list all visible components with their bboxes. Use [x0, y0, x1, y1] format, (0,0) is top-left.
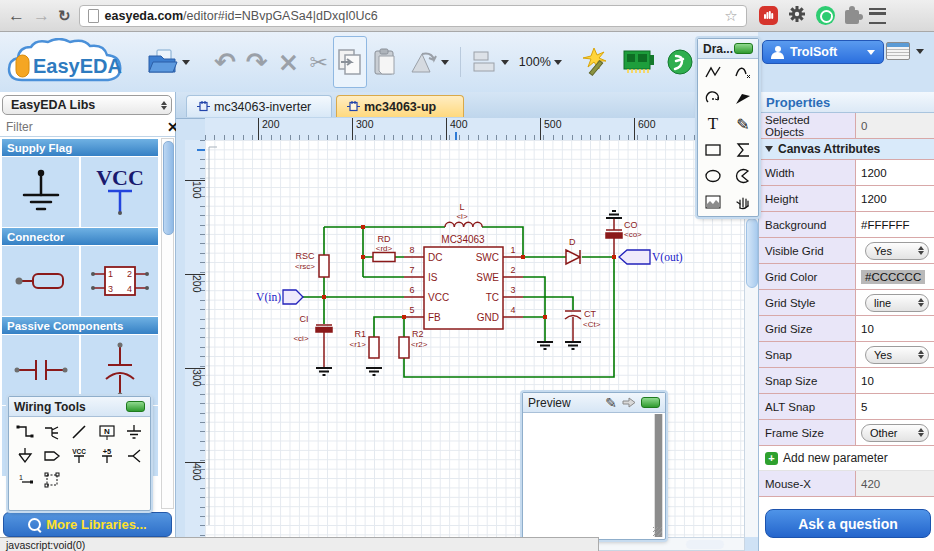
horizontal-ruler: 200 300 400 500 600 [205, 118, 745, 141]
grid-size-input[interactable]: 10 [861, 323, 874, 335]
netlabel-tool[interactable]: N [93, 420, 120, 444]
section-header-passive[interactable]: Passive Components [2, 317, 158, 334]
polygon-tool[interactable] [728, 137, 758, 163]
edit-icon[interactable]: ✎ [605, 395, 617, 411]
add-new-parameter-link[interactable]: + Add new parameter [759, 446, 934, 471]
delete-button[interactable]: × [273, 40, 305, 84]
library-source-select[interactable]: EasyEDA Libs [2, 95, 172, 115]
sidebar-scroll-thumb[interactable] [163, 141, 174, 235]
align-button[interactable] [467, 40, 514, 84]
netport-tool[interactable] [38, 444, 65, 468]
svg-text:1: 1 [19, 474, 23, 481]
minimize-icon[interactable] [641, 397, 660, 408]
reload-icon[interactable]: ↻ [58, 8, 71, 23]
preview-titlebar[interactable]: Preview ✎ [523, 393, 665, 413]
height-input[interactable]: 1200 [861, 193, 887, 205]
open-file-button[interactable] [142, 40, 195, 84]
go-arrow-icon[interactable] [622, 397, 636, 408]
lib-item-gnd[interactable] [2, 157, 79, 227]
snap-size-input[interactable]: 10 [861, 375, 874, 387]
more-libraries-button[interactable]: More Libraries... [3, 512, 172, 537]
grid-color-input[interactable]: #CCCCCC [861, 270, 925, 284]
lib-item-capacitor[interactable] [2, 335, 79, 405]
lib-item-vcc[interactable]: VCC [81, 157, 158, 227]
lib-item-connector-1pin[interactable] [2, 246, 79, 316]
bookmark-star-icon[interactable]: ☆ [724, 7, 737, 25]
minimize-icon[interactable] [734, 43, 753, 54]
undo-button[interactable]: ↶ [209, 40, 241, 84]
resize-handle[interactable] [653, 527, 662, 536]
zoom-select[interactable]: 100% [514, 40, 567, 84]
arrow-tool[interactable] [728, 85, 758, 111]
wizard-button[interactable] [575, 40, 617, 84]
user-menu-button[interactable]: TrolSoft [762, 40, 884, 64]
vcc-flag-tool[interactable]: VCC [66, 444, 93, 468]
adblock-icon[interactable] [759, 6, 778, 25]
snap-select[interactable]: Yes [865, 346, 929, 364]
polyline-tool[interactable] [698, 59, 728, 85]
visible-grid-select[interactable]: Yes [865, 242, 929, 260]
canvas-vscroll-thumb[interactable] [746, 218, 758, 288]
section-header-connector[interactable]: Connector [2, 228, 158, 245]
address-bar[interactable]: easyeda.com/editor#id=NBvpGASa4|dDxqI0Uc… [79, 5, 747, 27]
panel-list-button[interactable] [886, 42, 924, 60]
cut-button[interactable]: ✂ [304, 40, 332, 84]
bezier-tool[interactable] [728, 59, 758, 85]
background-input[interactable]: #FFFFFF [861, 219, 910, 231]
browser-menu-icon[interactable] [869, 8, 886, 24]
section-header-supply-flag[interactable]: Supply Flag [2, 139, 158, 156]
text-tool[interactable]: T [698, 111, 728, 137]
gear-icon[interactable] [788, 5, 806, 27]
wire-tool[interactable] [11, 420, 38, 444]
group-tool[interactable] [38, 468, 65, 492]
wiring-tools-titlebar[interactable]: Wiring Tools [9, 397, 150, 417]
ground-flag-tool[interactable] [11, 444, 38, 468]
tab-mc34063-inverter[interactable]: mc34063-inverter [186, 95, 332, 117]
drawing-tools-titlebar[interactable]: Dra... [698, 39, 758, 59]
user-menu-caret [867, 50, 875, 55]
rectangle-tool[interactable] [698, 137, 728, 163]
paste-button[interactable] [367, 40, 403, 84]
pcb-button[interactable] [617, 40, 661, 84]
back-icon[interactable]: ← [8, 7, 25, 24]
forward-icon[interactable]: → [33, 7, 50, 24]
preview-body[interactable] [525, 414, 663, 537]
pie-tool[interactable] [728, 163, 758, 189]
ground-tool[interactable] [121, 420, 148, 444]
pencil-tool[interactable]: ✎ [728, 111, 758, 137]
preview-scroll-thumb[interactable] [655, 414, 662, 537]
prop-row-grid-size: Grid Size 10 [759, 316, 934, 342]
sidebar-scrollbar[interactable] [161, 138, 174, 509]
lib-item-connector-4pin[interactable]: 1234 [81, 246, 158, 316]
run-simulation-button[interactable] [661, 40, 699, 84]
tab-mc34063-up[interactable]: mc34063-up [336, 95, 464, 117]
pin-tool[interactable]: 1 [11, 468, 38, 492]
bus-tool[interactable] [38, 420, 65, 444]
ellipse-tool[interactable] [698, 163, 728, 189]
redo-button[interactable]: ↷ [241, 40, 273, 84]
plus5-flag-tool[interactable]: +5 [93, 444, 120, 468]
ask-question-button[interactable]: Ask a question [765, 509, 931, 538]
filter-input[interactable] [4, 119, 163, 135]
lib-item-capacitor-polarized[interactable] [81, 335, 158, 405]
line-tool[interactable] [66, 420, 93, 444]
image-tool[interactable] [698, 189, 728, 215]
svg-text:SWE: SWE [476, 272, 499, 283]
easyeda-logo[interactable]: EasyEDA [4, 38, 142, 86]
arc-tool[interactable] [698, 85, 728, 111]
extension-green-icon[interactable] [816, 6, 835, 25]
prop-row-visible-grid: Visible Grid Yes [759, 238, 934, 264]
grid-style-select[interactable]: line [865, 294, 929, 312]
rotate-button[interactable] [403, 40, 454, 84]
prop-row-grid-style: Grid Style line [759, 290, 934, 316]
preview-scrollbar[interactable] [654, 414, 663, 537]
alt-snap-input[interactable]: 5 [861, 401, 867, 413]
minimize-icon[interactable] [126, 401, 145, 412]
bus-entry-tool[interactable] [121, 444, 148, 468]
puzzle-extension-icon[interactable] [845, 10, 859, 24]
copy-button[interactable] [333, 36, 367, 88]
canvas-attributes-header[interactable]: Canvas Attributes [759, 139, 934, 160]
width-input[interactable]: 1200 [861, 167, 887, 179]
drag-hand-tool[interactable] [728, 189, 758, 215]
frame-size-select[interactable]: Other [861, 424, 929, 442]
